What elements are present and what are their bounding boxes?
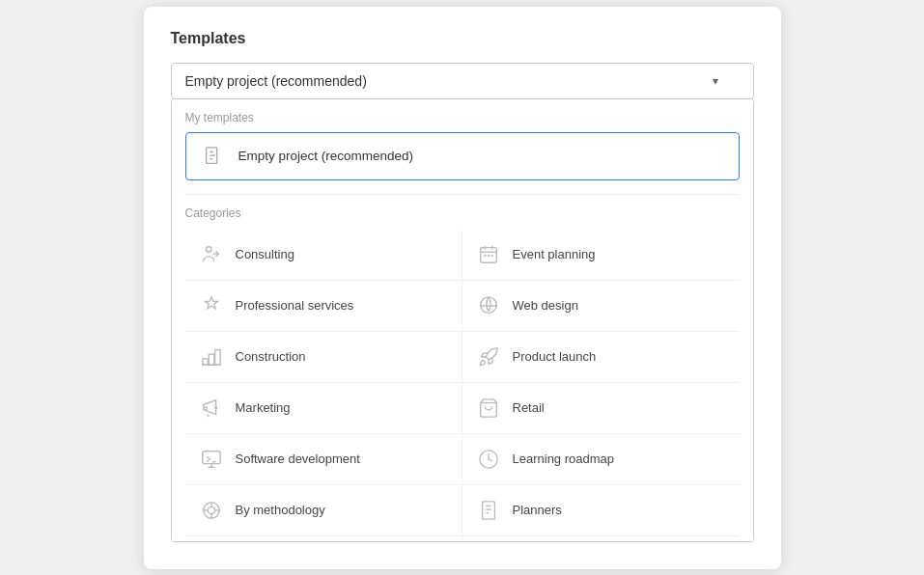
- software-development-icon: [197, 445, 226, 474]
- templates-panel: Templates Empty project (recommended) ▾ …: [144, 7, 781, 569]
- planners-icon: [474, 496, 503, 525]
- web-design-icon: [474, 291, 503, 320]
- marketing-icon: [197, 394, 226, 423]
- category-item-event-planning[interactable]: Event planning: [462, 230, 740, 281]
- category-item-by-methodology[interactable]: By methodology: [185, 485, 462, 536]
- professional-services-label: Professional services: [236, 298, 354, 313]
- panel-title: Templates: [171, 30, 754, 47]
- svg-point-24: [208, 507, 214, 513]
- category-item-consulting[interactable]: Consulting: [185, 230, 462, 281]
- svg-rect-15: [214, 349, 220, 365]
- retail-label: Retail: [513, 400, 545, 415]
- category-item-planners[interactable]: Planners: [462, 485, 740, 536]
- event-planning-icon: [474, 240, 503, 269]
- dropdown-panel: My templates Empty project (recommended)…: [171, 98, 754, 542]
- professional-services-icon: [197, 291, 226, 320]
- svg-rect-14: [209, 354, 214, 365]
- by-methodology-icon: [197, 496, 226, 525]
- template-dropdown-button[interactable]: Empty project (recommended) ▾: [171, 63, 754, 99]
- marketing-label: Marketing: [236, 400, 291, 415]
- categories-section: Categories Consulting: [172, 195, 753, 542]
- event-planning-label: Event planning: [513, 247, 596, 261]
- template-dropdown-wrapper: Empty project (recommended) ▾ My templat…: [171, 63, 754, 542]
- category-item-manufacturing[interactable]: Manufacturing: [462, 536, 740, 542]
- empty-project-label: Empty project (recommended): [238, 149, 414, 163]
- svg-point-4: [206, 246, 211, 252]
- software-development-label: Software development: [236, 452, 360, 466]
- category-item-roadmaps[interactable]: Roadmaps: [185, 536, 462, 542]
- consulting-label: Consulting: [236, 247, 294, 261]
- my-templates-label: My templates: [172, 99, 753, 132]
- planners-label: Planners: [513, 503, 562, 517]
- retail-icon: [474, 394, 503, 423]
- category-item-product-launch[interactable]: Product launch: [462, 332, 740, 383]
- category-item-marketing[interactable]: Marketing: [185, 383, 462, 434]
- category-item-web-design[interactable]: Web design: [462, 281, 740, 332]
- categories-grid: Consulting: [185, 230, 740, 542]
- categories-label: Categories: [185, 206, 740, 230]
- svg-rect-29: [482, 501, 494, 518]
- category-item-professional-services[interactable]: Professional services: [185, 281, 462, 332]
- learning-roadmap-icon: [474, 445, 503, 474]
- product-launch-icon: [474, 342, 503, 371]
- svg-rect-13: [202, 358, 208, 364]
- chevron-down-icon: ▾: [713, 74, 718, 88]
- svg-rect-19: [202, 451, 219, 463]
- category-item-software-development[interactable]: Software development: [185, 434, 462, 485]
- construction-label: Construction: [236, 349, 306, 364]
- construction-icon: [197, 342, 226, 371]
- learning-roadmap-label: Learning roadmap: [513, 452, 615, 466]
- category-item-retail[interactable]: Retail: [462, 383, 740, 434]
- by-methodology-label: By methodology: [236, 503, 325, 517]
- empty-project-template-item[interactable]: Empty project (recommended): [185, 132, 740, 180]
- consulting-icon: [197, 240, 226, 269]
- product-launch-label: Product launch: [513, 349, 597, 364]
- file-icon: [200, 143, 227, 170]
- web-design-label: Web design: [513, 298, 578, 313]
- category-item-construction[interactable]: Construction: [185, 332, 462, 383]
- category-item-learning-roadmap[interactable]: Learning roadmap: [462, 434, 740, 485]
- dropdown-selected-value: Empty project (recommended): [185, 73, 367, 89]
